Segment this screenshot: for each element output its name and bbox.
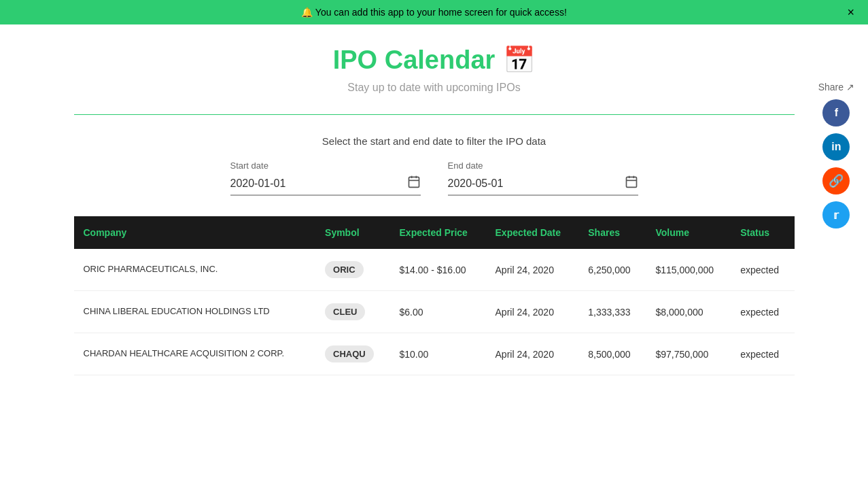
cell-price-1: $6.00	[390, 291, 486, 333]
share-linkedin-button[interactable]: in	[822, 133, 850, 160]
page-title-container: IPO Calendar 📅	[74, 45, 795, 75]
cell-price-0: $14.00 - $16.00	[390, 249, 486, 291]
share-icon: ↗	[846, 82, 854, 92]
cell-volume-0: $115,000,000	[646, 249, 731, 291]
divider	[74, 114, 795, 115]
col-expected-date: Expected Date	[486, 216, 579, 249]
notification-close-button[interactable]: ×	[847, 5, 854, 20]
end-date-input[interactable]	[448, 177, 625, 190]
ipo-table: Company Symbol Expected Price Expected D…	[74, 216, 795, 375]
cell-company-0: ORIC PHARMACEUTICALS, INC.	[74, 249, 316, 291]
cell-date-0: April 24, 2020	[486, 249, 579, 291]
cell-date-1: April 24, 2020	[486, 291, 579, 333]
date-filter-label: Select the start and end date to filter …	[74, 135, 795, 147]
page-title: IPO Calendar	[333, 46, 496, 75]
cell-status-0: expected	[731, 249, 794, 291]
share-twitter-button[interactable]: 𝕣	[822, 201, 850, 228]
col-company: Company	[74, 216, 316, 249]
page-subtitle: Stay up to date with upcoming IPOs	[74, 82, 795, 94]
cell-status-1: expected	[731, 291, 794, 333]
table-row: ORIC PHARMACEUTICALS, INC. ORIC $14.00 -…	[74, 249, 795, 291]
col-symbol: Symbol	[315, 216, 389, 249]
cell-status-2: expected	[731, 333, 794, 375]
svg-rect-0	[409, 177, 419, 187]
calendar-emoji-icon: 📅	[503, 45, 535, 75]
cell-volume-2: $97,750,000	[646, 333, 731, 375]
cell-shares-2: 8,500,000	[578, 333, 646, 375]
start-date-calendar-icon[interactable]	[407, 175, 421, 192]
cell-company-2: CHARDAN HEALTHCARE ACQUISITION 2 CORP.	[74, 333, 316, 375]
notification-text: 🔔 You can add this app to your home scre…	[301, 7, 567, 18]
cell-volume-1: $8,000,000	[646, 291, 731, 333]
end-date-field: End date	[448, 160, 638, 196]
cell-symbol-2: CHAQU	[315, 333, 389, 375]
date-filter-section: Select the start and end date to filter …	[74, 135, 795, 196]
col-status: Status	[731, 216, 794, 249]
share-reddit-button[interactable]: 🔗	[822, 167, 850, 194]
table-body: ORIC PHARMACEUTICALS, INC. ORIC $14.00 -…	[74, 249, 795, 375]
main-content: IPO Calendar 📅 Stay up to date with upco…	[60, 24, 808, 396]
cell-company-1: CHINA LIBERAL EDUCATION HOLDINGS LTD	[74, 291, 316, 333]
cell-price-2: $10.00	[390, 333, 486, 375]
end-date-input-wrapper	[448, 175, 638, 196]
share-label: Share ↗	[818, 82, 854, 92]
col-shares: Shares	[578, 216, 646, 249]
notification-banner: 🔔 You can add this app to your home scre…	[0, 0, 868, 24]
table-header: Company Symbol Expected Price Expected D…	[74, 216, 795, 249]
start-date-input-wrapper	[230, 175, 421, 196]
date-inputs-container: Start date End date	[74, 160, 795, 196]
cell-symbol-0: ORIC	[315, 249, 389, 291]
start-date-field: Start date	[230, 160, 421, 196]
cell-shares-0: 6,250,000	[578, 249, 646, 291]
cell-shares-1: 1,333,333	[578, 291, 646, 333]
table-header-row: Company Symbol Expected Price Expected D…	[74, 216, 795, 249]
col-expected-price: Expected Price	[390, 216, 486, 249]
share-facebook-button[interactable]: f	[822, 99, 850, 126]
end-date-calendar-icon[interactable]	[625, 175, 638, 192]
svg-rect-4	[626, 177, 636, 187]
table-row: CHINA LIBERAL EDUCATION HOLDINGS LTD CLE…	[74, 291, 795, 333]
cell-symbol-1: CLEU	[315, 291, 389, 333]
start-date-input[interactable]	[230, 177, 407, 190]
cell-date-2: April 24, 2020	[486, 333, 579, 375]
end-date-label: End date	[448, 160, 483, 171]
col-volume: Volume	[646, 216, 731, 249]
table-row: CHARDAN HEALTHCARE ACQUISITION 2 CORP. C…	[74, 333, 795, 375]
share-sidebar: Share ↗ f in 🔗 𝕣	[818, 82, 854, 228]
start-date-label: Start date	[230, 160, 268, 171]
